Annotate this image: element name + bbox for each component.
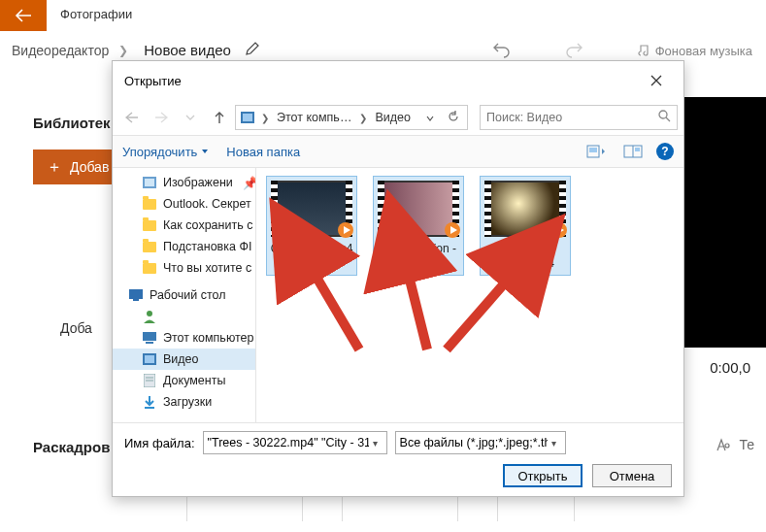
chevron-right-icon[interactable]: ❯	[259, 113, 271, 123]
images-icon	[142, 175, 157, 190]
pin-icon: 📌	[243, 176, 256, 190]
caret-down-icon[interactable]: ▾	[548, 438, 561, 449]
timecode: 0:00,0	[710, 359, 750, 376]
filename-label: Имя файла:	[124, 436, 195, 450]
filetype-filter[interactable]: Все файлы (*.jpg;*.jpeg;*.thum▾	[395, 431, 566, 454]
tree-outlook[interactable]: Outlook. Секрет	[113, 193, 255, 215]
open-button[interactable]: Открыть	[503, 464, 583, 487]
close-icon	[650, 75, 662, 86]
project-name[interactable]: Новое видео	[144, 42, 231, 58]
address-bar[interactable]: ❯ Этот компь… ❯ Видео	[235, 105, 468, 130]
empty-hint: Доба	[60, 320, 92, 336]
pencil-icon[interactable]	[245, 41, 260, 59]
plus-icon: ＋	[47, 157, 62, 178]
preview-pane-button[interactable]	[619, 142, 647, 161]
chevron-right-icon: ❯	[118, 44, 128, 57]
tree-whatwant[interactable]: Что вы хотите с	[113, 257, 255, 279]
add-button-label: Добав	[70, 159, 109, 175]
play-icon	[445, 222, 460, 238]
tree-documents[interactable]: Документы	[113, 370, 255, 391]
nav-tree[interactable]: Изображени📌 Outlook. Секрет Как сохранит…	[113, 168, 256, 422]
svg-rect-11	[133, 299, 139, 301]
arrow-left-icon	[15, 9, 32, 22]
refresh-button[interactable]	[444, 111, 463, 125]
nav-forward-button[interactable]	[148, 105, 175, 130]
new-folder-button[interactable]: Новая папка	[226, 145, 300, 159]
tree-user[interactable]	[113, 306, 255, 327]
play-icon	[551, 222, 567, 238]
tree-desktop[interactable]: Рабочий стол	[113, 284, 255, 306]
user-icon	[142, 309, 157, 324]
background-music-button[interactable]: Фоновая музыка	[636, 44, 752, 58]
path-thispc[interactable]: Этот компь…	[275, 111, 353, 124]
tree-videos[interactable]: Видео	[113, 349, 255, 370]
pc-icon	[142, 330, 157, 346]
path-videos[interactable]: Видео	[373, 111, 413, 124]
svg-rect-7	[635, 148, 640, 151]
svg-rect-1	[243, 114, 252, 121]
svg-line-23	[447, 272, 515, 349]
add-button[interactable]: ＋ Добав	[33, 150, 122, 184]
view-mode-button[interactable]	[583, 142, 610, 161]
desktop-icon	[128, 287, 144, 303]
folder-icon	[142, 217, 157, 233]
library-label: Библиотек	[33, 115, 111, 131]
dialog-footer: Имя файла: "Trees - 30222.mp4" "City - 3…	[113, 422, 683, 495]
add-text-label: Те	[739, 437, 754, 452]
back-button[interactable]	[0, 0, 47, 31]
video-icon	[240, 110, 255, 125]
svg-line-22	[406, 264, 427, 349]
help-button[interactable]: ?	[656, 143, 674, 160]
nav-up-button[interactable]	[206, 105, 233, 130]
tab-video-editor[interactable]: Видеоредактор	[12, 43, 109, 58]
svg-line-21	[309, 264, 359, 349]
breadcrumb: Видеоредактор ❯ Новое видео	[12, 41, 260, 59]
annotation-arrow-1	[291, 252, 369, 363]
video-icon	[142, 351, 157, 367]
close-button[interactable]	[641, 69, 672, 92]
file-label: Trees -	[507, 242, 544, 255]
dialog-title: Открытие	[124, 74, 182, 88]
folder-icon	[142, 239, 157, 254]
nav-row: ❯ Этот компь… ❯ Видео	[113, 100, 683, 135]
svg-rect-9	[145, 179, 154, 186]
redo-icon[interactable]	[564, 41, 583, 60]
document-icon	[142, 373, 157, 388]
caret-down-icon	[201, 149, 209, 154]
search-icon[interactable]	[658, 110, 671, 125]
nav-back-button[interactable]	[118, 105, 146, 130]
undo-icon[interactable]	[492, 41, 512, 60]
search-box[interactable]	[480, 105, 678, 130]
app-title: Фотографии	[60, 7, 132, 21]
cancel-button[interactable]: Отмена	[592, 464, 672, 487]
tree-images[interactable]: Изображени📌	[113, 172, 255, 193]
address-dropdown[interactable]	[420, 111, 440, 124]
svg-rect-10	[129, 289, 143, 299]
background-music-label: Фоновая музыка	[655, 44, 752, 58]
tree-thispc[interactable]: Этот компьютер	[113, 327, 255, 349]
download-icon	[142, 394, 157, 410]
filename-field[interactable]: "Trees - 30222.mp4" "City - 3134▾	[203, 431, 387, 454]
tree-howto[interactable]: Как сохранить с	[113, 215, 255, 236]
caret-down-icon[interactable]: ▾	[369, 438, 383, 449]
annotation-arrow-3	[437, 260, 534, 361]
chevron-right-icon[interactable]: ❯	[357, 113, 369, 123]
toolbar: Упорядочить Новая папка ?	[113, 135, 683, 168]
svg-point-12	[147, 311, 152, 316]
svg-rect-16	[145, 355, 154, 363]
storyboard-label: Раскадров	[33, 439, 110, 455]
nav-recent-button[interactable]	[177, 105, 204, 130]
organize-menu[interactable]: Упорядочить	[122, 145, 209, 159]
search-input[interactable]	[486, 111, 654, 124]
organize-label: Упорядочить	[122, 145, 197, 159]
folder-icon	[142, 260, 157, 276]
play-icon	[338, 222, 353, 238]
svg-rect-13	[143, 332, 156, 341]
svg-rect-4	[589, 148, 597, 152]
tree-downloads[interactable]: Загрузки	[113, 391, 255, 413]
tree-podstan[interactable]: Подстановка ФІ	[113, 236, 255, 257]
add-text-button[interactable]: Те	[716, 437, 754, 452]
svg-point-2	[659, 111, 667, 118]
svg-rect-14	[146, 342, 153, 344]
music-icon	[636, 44, 649, 57]
